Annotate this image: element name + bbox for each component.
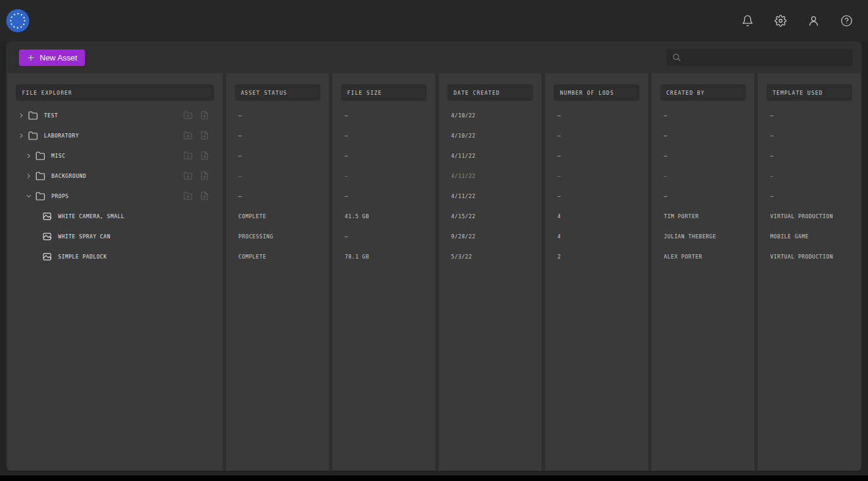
- cell-file-size: –: [333, 145, 435, 166]
- tree-item-label: MISC: [51, 153, 65, 159]
- cell-date-created: 4/10/22: [439, 105, 542, 125]
- cell-template-used: VIRTUAL PRODUCTION: [758, 206, 861, 226]
- cell-template-used: –: [758, 105, 861, 125]
- cell-asset-status: COMPLETE: [226, 206, 329, 226]
- notifications-bell-icon[interactable]: [741, 15, 754, 27]
- chevron-right-icon[interactable]: [18, 112, 24, 119]
- column-file-size: FILE SIZE – – – – – 41.5 GB – 78.1 GB: [333, 73, 435, 471]
- cell-template-used: –: [758, 186, 861, 206]
- cell-file-size: –: [333, 105, 435, 125]
- asset-item-label: SIMPLE PADLOCK: [58, 254, 107, 260]
- cell-date-created: 4/10/22: [439, 125, 542, 145]
- column-asset-status: ASSET STATUS – – – – – COMPLETE PROCESSI…: [226, 73, 329, 471]
- search-icon: [672, 53, 682, 62]
- column-number-of-lods: NUMBER OF LODS – – – – – 4 4 2: [545, 73, 648, 471]
- column-header-template-used: TEMPLATE USED: [767, 84, 852, 101]
- chevron-right-icon[interactable]: [26, 153, 32, 159]
- cell-date-created: 4/11/22: [439, 186, 542, 206]
- file-explorer-header: FILE EXPLORER: [16, 84, 214, 101]
- cell-date-created: 4/11/22: [439, 166, 542, 186]
- cell-template-used: –: [758, 166, 861, 186]
- cell-created-by: –: [652, 125, 754, 145]
- cell-number-of-lods: –: [545, 186, 648, 206]
- help-circle-icon[interactable]: [840, 15, 853, 27]
- top-bar: [0, 0, 868, 42]
- add-file-icon[interactable]: [200, 111, 209, 120]
- plus-icon: [27, 54, 35, 62]
- add-file-icon[interactable]: [200, 171, 209, 180]
- cell-file-size: –: [333, 186, 435, 206]
- cell-date-created: 4/11/22: [439, 145, 542, 166]
- cell-number-of-lods: –: [545, 125, 648, 145]
- app-logo-icon[interactable]: [6, 9, 29, 32]
- cell-asset-status: –: [226, 145, 329, 166]
- folder-icon: [28, 131, 38, 141]
- cell-number-of-lods: –: [545, 166, 648, 186]
- cell-created-by: ALEX PORTER: [652, 246, 754, 266]
- asset-row-white-camera[interactable]: WHITE CAMERA, SMALL: [7, 206, 223, 226]
- toolbar: New Asset: [6, 42, 862, 73]
- column-template-used: TEMPLATE USED – – – – – VIRTUAL PRODUCTI…: [758, 73, 861, 471]
- bottom-edge: [0, 475, 868, 481]
- chevron-down-icon[interactable]: [26, 193, 32, 199]
- add-folder-icon[interactable]: [183, 111, 193, 120]
- cell-created-by: –: [652, 105, 754, 125]
- tree-row-test[interactable]: TEST: [7, 105, 223, 125]
- cell-created-by: –: [652, 166, 754, 186]
- add-file-icon[interactable]: [200, 151, 209, 160]
- cell-template-used: MOBILE GAME: [758, 226, 861, 246]
- cell-file-size: 41.5 GB: [333, 206, 435, 226]
- chevron-right-icon[interactable]: [18, 133, 24, 139]
- tree-item-label: TEST: [44, 112, 58, 119]
- new-asset-label: New Asset: [40, 53, 77, 62]
- tree-row-background[interactable]: BACKGROUND: [7, 166, 223, 186]
- cell-created-by: TIM PORTER: [652, 206, 754, 226]
- add-folder-icon[interactable]: [183, 191, 193, 200]
- add-folder-icon[interactable]: [183, 171, 193, 180]
- cell-template-used: VIRTUAL PRODUCTION: [758, 246, 861, 266]
- asset-table: FILE EXPLORER TEST LABORATORY: [6, 73, 862, 471]
- column-date-created: DATE CREATED 4/10/22 4/10/22 4/11/22 4/1…: [439, 73, 542, 471]
- cell-asset-status: –: [226, 166, 329, 186]
- cell-number-of-lods: 4: [545, 226, 648, 246]
- cell-file-size: –: [333, 125, 435, 145]
- cell-date-created: 4/15/22: [439, 206, 542, 226]
- asset-row-simple-padlock[interactable]: SIMPLE PADLOCK: [7, 246, 223, 266]
- tree-row-misc[interactable]: MISC: [7, 145, 223, 166]
- asset-row-white-spray-can[interactable]: WHITE SPRAY CAN: [7, 226, 223, 246]
- chevron-right-icon[interactable]: [26, 173, 32, 179]
- cell-number-of-lods: –: [545, 105, 648, 125]
- folder-icon: [35, 171, 45, 181]
- cell-created-by: –: [652, 145, 754, 166]
- search-input[interactable]: [686, 53, 847, 62]
- cell-asset-status: PROCESSING: [226, 226, 329, 246]
- column-header-created-by: CREATED BY: [660, 84, 746, 101]
- column-file-explorer: FILE EXPLORER TEST LABORATORY: [7, 73, 223, 471]
- asset-item-label: WHITE CAMERA, SMALL: [58, 213, 125, 219]
- folder-icon: [28, 111, 38, 120]
- cell-date-created: 5/3/22: [439, 246, 542, 266]
- cell-asset-status: COMPLETE: [226, 246, 329, 266]
- column-header-number-of-lods: NUMBER OF LODS: [554, 84, 639, 101]
- account-user-icon[interactable]: [807, 15, 820, 27]
- tree-row-laboratory[interactable]: LABORATORY: [7, 125, 223, 145]
- add-file-icon[interactable]: [200, 131, 209, 140]
- cell-asset-status: –: [226, 125, 329, 145]
- cell-asset-status: –: [226, 105, 329, 125]
- search-box[interactable]: [666, 49, 852, 66]
- settings-gear-icon[interactable]: [774, 15, 787, 27]
- add-folder-icon[interactable]: [183, 131, 193, 140]
- cell-created-by: JULIAN THEBERGE: [652, 226, 754, 246]
- folder-icon: [35, 151, 45, 161]
- add-folder-icon[interactable]: [183, 151, 193, 160]
- main-panel: New Asset FILE EXPLORER TEST: [6, 42, 862, 471]
- column-created-by: CREATED BY – – – – – TIM PORTER JULIAN T…: [652, 73, 754, 471]
- folder-icon: [35, 191, 45, 201]
- asset-image-icon: [42, 252, 52, 262]
- new-asset-button[interactable]: New Asset: [19, 50, 85, 66]
- tree-item-label: LABORATORY: [44, 133, 79, 139]
- tree-row-props[interactable]: PROPS: [7, 186, 223, 206]
- asset-item-label: WHITE SPRAY CAN: [58, 233, 111, 240]
- cell-number-of-lods: 4: [545, 206, 648, 226]
- add-file-icon[interactable]: [200, 191, 209, 200]
